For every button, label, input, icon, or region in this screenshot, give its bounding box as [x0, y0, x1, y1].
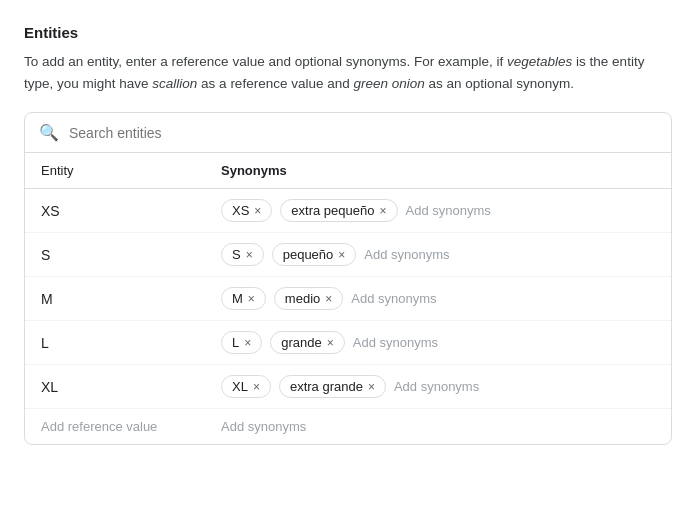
table-row: XSXS×extra pequeño×Add synonyms [25, 189, 671, 233]
synonym-tag[interactable]: S× [221, 243, 264, 266]
tag-label: M [232, 291, 243, 306]
remove-tag-button[interactable]: × [379, 205, 386, 217]
remove-tag-button[interactable]: × [246, 249, 253, 261]
add-synonyms-link[interactable]: Add synonyms [394, 379, 479, 394]
remove-tag-button[interactable]: × [338, 249, 345, 261]
page-title: Entities [24, 24, 672, 41]
add-synonyms-link[interactable]: Add synonyms [364, 247, 449, 262]
add-reference-row: Add reference valueAdd synonyms [25, 409, 671, 445]
remove-tag-button[interactable]: × [325, 293, 332, 305]
tag-label: L [232, 335, 239, 350]
col-synonyms-header: Synonyms [205, 153, 671, 189]
synonyms-cell: XS×extra pequeño×Add synonyms [205, 189, 671, 233]
tag-label: extra grande [290, 379, 363, 394]
table-row: XLXL×extra grande×Add synonyms [25, 365, 671, 409]
synonym-tag[interactable]: XS× [221, 199, 272, 222]
add-synonyms-link[interactable]: Add synonyms [353, 335, 438, 350]
table-row: MM×medio×Add synonyms [25, 277, 671, 321]
description: To add an entity, enter a reference valu… [24, 51, 672, 94]
entity-cell: XL [25, 365, 205, 409]
entity-cell: L [25, 321, 205, 365]
synonym-tag[interactable]: extra grande× [279, 375, 386, 398]
tag-label: XL [232, 379, 248, 394]
remove-tag-button[interactable]: × [244, 337, 251, 349]
table-row: SS×pequeño×Add synonyms [25, 233, 671, 277]
synonyms-cell: XL×extra grande×Add synonyms [205, 365, 671, 409]
tag-label: pequeño [283, 247, 334, 262]
synonyms-cell: L×grande×Add synonyms [205, 321, 671, 365]
remove-tag-button[interactable]: × [253, 381, 260, 393]
tag-label: extra pequeño [291, 203, 374, 218]
remove-tag-button[interactable]: × [254, 205, 261, 217]
col-entity-header: Entity [25, 153, 205, 189]
remove-tag-button[interactable]: × [248, 293, 255, 305]
entity-cell: XS [25, 189, 205, 233]
synonyms-cell: S×pequeño×Add synonyms [205, 233, 671, 277]
entity-cell: S [25, 233, 205, 277]
synonym-tag[interactable]: medio× [274, 287, 343, 310]
synonym-tag[interactable]: XL× [221, 375, 271, 398]
search-input[interactable] [69, 125, 657, 141]
synonyms-cell: M×medio×Add synonyms [205, 277, 671, 321]
tag-label: grande [281, 335, 321, 350]
add-synonyms-cell[interactable]: Add synonyms [205, 409, 671, 445]
table-header-row: Entity Synonyms [25, 153, 671, 189]
synonym-tag[interactable]: M× [221, 287, 266, 310]
table-row: LL×grande×Add synonyms [25, 321, 671, 365]
entity-cell: M [25, 277, 205, 321]
search-bar: 🔍 [25, 113, 671, 153]
add-reference-value-cell[interactable]: Add reference value [25, 409, 205, 445]
tag-label: medio [285, 291, 320, 306]
tag-label: S [232, 247, 241, 262]
synonym-tag[interactable]: extra pequeño× [280, 199, 397, 222]
remove-tag-button[interactable]: × [327, 337, 334, 349]
add-synonyms-link[interactable]: Add synonyms [406, 203, 491, 218]
entities-table: Entity Synonyms XSXS×extra pequeño×Add s… [25, 153, 671, 444]
entities-container: 🔍 Entity Synonyms XSXS×extra pequeño×Add… [24, 112, 672, 445]
tag-label: XS [232, 203, 249, 218]
synonym-tag[interactable]: grande× [270, 331, 345, 354]
synonym-tag[interactable]: pequeño× [272, 243, 357, 266]
remove-tag-button[interactable]: × [368, 381, 375, 393]
search-icon: 🔍 [39, 123, 59, 142]
synonym-tag[interactable]: L× [221, 331, 262, 354]
add-synonyms-link[interactable]: Add synonyms [351, 291, 436, 306]
